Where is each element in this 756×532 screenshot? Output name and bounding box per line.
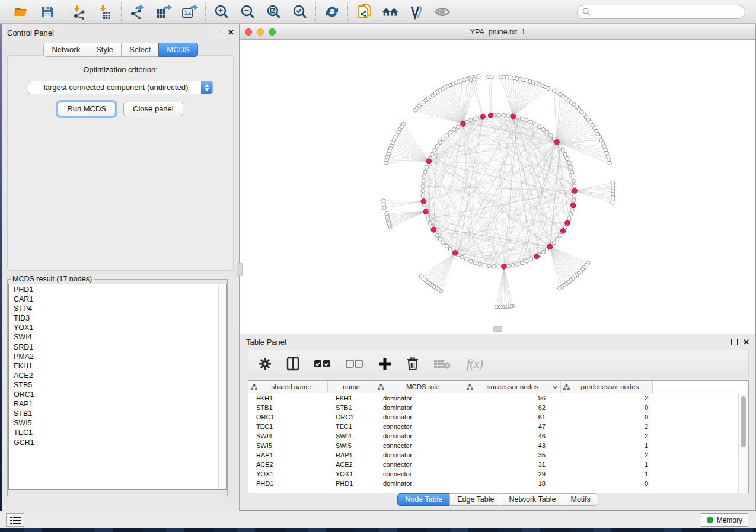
- search-input[interactable]: [591, 7, 740, 17]
- network-node[interactable]: [525, 118, 528, 122]
- network-node[interactable]: [469, 259, 473, 263]
- tab-edge-table[interactable]: Edge Table: [449, 493, 502, 506]
- mcds-hub-node[interactable]: [547, 244, 553, 249]
- network-node[interactable]: [572, 175, 575, 178]
- tab-motifs[interactable]: Motifs: [563, 493, 598, 506]
- network-node[interactable]: [563, 152, 567, 156]
- import-network-icon[interactable]: [71, 4, 88, 20]
- network-node[interactable]: [382, 203, 385, 206]
- network-node[interactable]: [382, 206, 386, 210]
- network-node[interactable]: [472, 77, 476, 81]
- network-node[interactable]: [469, 118, 473, 122]
- network-titlebar[interactable]: YPA_prune.txt_1: [240, 24, 755, 40]
- table-row[interactable]: YOX1YOX1connector291: [248, 469, 748, 479]
- mcds-result-item[interactable]: ACE2: [14, 371, 226, 380]
- network-graph[interactable]: [240, 40, 755, 334]
- memory-button[interactable]: Memory: [701, 513, 748, 527]
- tab-node-table[interactable]: Node Table: [397, 493, 450, 506]
- mcds-hub-node[interactable]: [452, 251, 458, 256]
- mcds-hub-node[interactable]: [502, 264, 507, 269]
- network-node[interactable]: [511, 264, 515, 267]
- table-row[interactable]: RAP1RAP1dominator352: [248, 450, 748, 460]
- criterion-dropdown[interactable]: largest connected component (undirected): [28, 81, 213, 94]
- mcds-result-item[interactable]: RAP1: [14, 399, 226, 409]
- mcds-hub-node[interactable]: [534, 254, 540, 259]
- mcds-result-item[interactable]: CAR1: [14, 294, 226, 304]
- close-panel-button[interactable]: Close panel: [123, 102, 183, 116]
- table-settings-gear-icon[interactable]: [258, 357, 272, 371]
- table-scrollbar[interactable]: [738, 393, 748, 493]
- mcds-result-item[interactable]: STB1: [14, 409, 226, 418]
- mcds-hub-node[interactable]: [461, 121, 466, 127]
- mcds-result-item[interactable]: PHD1: [14, 285, 226, 294]
- mcds-hub-node[interactable]: [480, 114, 486, 119]
- clone-network-icon[interactable]: [356, 4, 372, 20]
- network-node[interactable]: [421, 194, 425, 197]
- network-node[interactable]: [608, 161, 611, 165]
- network-node[interactable]: [473, 261, 477, 265]
- network-node[interactable]: [558, 286, 562, 290]
- mcds-hub-node[interactable]: [572, 188, 578, 194]
- mcds-hub-node[interactable]: [511, 114, 516, 119]
- network-node[interactable]: [425, 165, 428, 169]
- network-node[interactable]: [423, 170, 427, 174]
- mcds-result-item[interactable]: STB5: [14, 380, 226, 390]
- network-node[interactable]: [569, 165, 573, 169]
- network-node[interactable]: [385, 211, 388, 215]
- mcds-result-item[interactable]: SRD1: [14, 342, 226, 352]
- table-row[interactable]: ORC1ORC1dominator610: [248, 412, 748, 422]
- hide-details-icon[interactable]: [434, 4, 451, 20]
- network-node[interactable]: [611, 201, 614, 204]
- network-node[interactable]: [487, 264, 491, 268]
- table-row[interactable]: SWI5SWI5connector431: [248, 441, 748, 450]
- zoom-fit-icon[interactable]: [266, 4, 282, 20]
- network-node[interactable]: [567, 217, 571, 220]
- network-node[interactable]: [483, 264, 486, 267]
- mcds-hub-node[interactable]: [565, 220, 570, 226]
- network-node[interactable]: [558, 233, 562, 237]
- zoom-in-icon[interactable]: [213, 4, 230, 20]
- network-node[interactable]: [573, 194, 576, 197]
- table-row[interactable]: SWI4SWI4dominator462: [248, 431, 748, 441]
- network-node[interactable]: [570, 208, 574, 211]
- column-header-name[interactable]: name: [328, 381, 375, 393]
- graphics-details-icon[interactable]: [408, 4, 425, 20]
- mcds-result-item[interactable]: PMA2: [14, 352, 226, 361]
- mcds-hub-node[interactable]: [421, 199, 426, 204]
- zoom-selected-icon[interactable]: [292, 4, 308, 20]
- table-row[interactable]: ACE2ACE2connector311: [248, 460, 748, 469]
- network-node[interactable]: [502, 113, 505, 117]
- network-node[interactable]: [421, 184, 425, 188]
- network-node[interactable]: [506, 114, 510, 117]
- network-node[interactable]: [445, 133, 448, 137]
- network-node[interactable]: [456, 125, 460, 129]
- mcds-result-item[interactable]: SWI5: [14, 418, 226, 428]
- mcds-result-listbox[interactable]: PHD1CAR1STP4TID3YOX1SWI4SRD1PMA2FKH1ACE2…: [8, 284, 227, 490]
- network-node[interactable]: [435, 233, 439, 237]
- mcds-result-item[interactable]: ORC1: [14, 390, 226, 399]
- network-node[interactable]: [490, 75, 493, 78]
- network-node[interactable]: [572, 198, 576, 202]
- mcds-result-item[interactable]: FKH1: [14, 361, 226, 371]
- mcds-result-item[interactable]: GCR1: [14, 438, 226, 447]
- network-node[interactable]: [419, 275, 423, 278]
- network-node[interactable]: [573, 184, 576, 188]
- network-node[interactable]: [520, 261, 524, 265]
- save-session-icon[interactable]: [39, 4, 56, 20]
- mcds-hub-node[interactable]: [570, 203, 576, 208]
- table-row[interactable]: TEC1TEC1connector472: [248, 422, 748, 431]
- network-node[interactable]: [441, 137, 445, 140]
- import-table-icon[interactable]: [97, 4, 114, 20]
- vertical-splitter-handle[interactable]: [237, 263, 243, 276]
- network-node[interactable]: [448, 130, 452, 134]
- mcds-hub-node[interactable]: [488, 113, 493, 118]
- select-all-icon[interactable]: [314, 359, 331, 368]
- add-column-icon[interactable]: [378, 357, 392, 371]
- tab-network[interactable]: Network: [43, 43, 88, 57]
- mcds-result-item[interactable]: STP4: [14, 304, 226, 313]
- network-node[interactable]: [448, 247, 452, 251]
- column-layout-icon[interactable]: [286, 357, 299, 371]
- network-node[interactable]: [566, 156, 569, 160]
- network-node[interactable]: [529, 120, 532, 124]
- network-node[interactable]: [401, 122, 405, 126]
